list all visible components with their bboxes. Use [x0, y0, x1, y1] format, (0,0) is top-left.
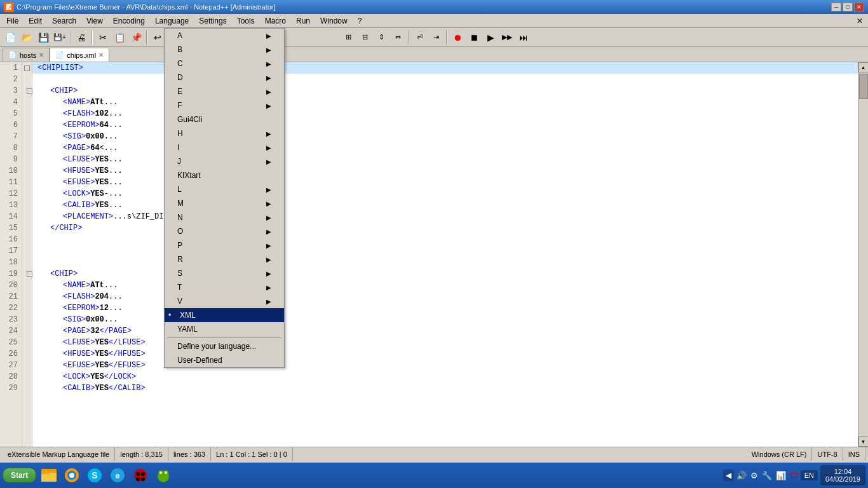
- tab-hosts-close[interactable]: ✕: [39, 51, 44, 58]
- lang-item-O[interactable]: O ▶: [165, 224, 284, 238]
- menu-file[interactable]: File: [1, 14, 24, 27]
- macro-record[interactable]: ⏺: [450, 30, 465, 45]
- lang-item-define[interactable]: Define your language...: [165, 339, 284, 353]
- language-indicator[interactable]: EN: [801, 470, 818, 480]
- code-line-4[interactable]: <NAME>ATt...: [32, 97, 858, 108]
- clock[interactable]: 12:04 04/02/2019: [820, 465, 865, 485]
- lang-item-D[interactable]: D ▶: [165, 71, 284, 85]
- code-line-27[interactable]: <EFUSE>YES</EFUSE>: [32, 360, 858, 371]
- cut-button[interactable]: ✂: [95, 30, 111, 45]
- paste-button[interactable]: 📌: [128, 30, 144, 45]
- lang-item-V[interactable]: V ▶: [165, 294, 284, 308]
- macro-play[interactable]: ▶: [483, 30, 498, 45]
- menu-search[interactable]: Search: [47, 14, 81, 27]
- code-line-14[interactable]: <PLACEMENT>...s\ZIF_DIP_40.bmp</PLACEMEN…: [32, 211, 858, 222]
- taskbar-frog[interactable]: [153, 465, 173, 485]
- copy-button[interactable]: 📋: [112, 30, 127, 45]
- lang-item-N[interactable]: N ▶: [165, 210, 284, 224]
- tab-hosts[interactable]: 📄 hosts ✕: [3, 48, 50, 62]
- code-line-7[interactable]: <SIG>0x00...: [32, 131, 858, 142]
- macro-save[interactable]: ⏭: [516, 30, 531, 45]
- lang-item-user-defined[interactable]: User-Defined: [165, 353, 284, 367]
- menu-help[interactable]: ?: [353, 14, 367, 27]
- code-line-6[interactable]: <EEPROM>64...: [32, 119, 858, 131]
- window-close-x[interactable]: ✕: [853, 15, 867, 27]
- new-button[interactable]: 📄: [3, 30, 18, 45]
- tray-icon-5[interactable]: 🛡: [790, 471, 798, 480]
- lang-item-P[interactable]: P ▶: [165, 238, 284, 252]
- lang-item-C[interactable]: C ▶: [165, 57, 284, 71]
- tab-chips-xml[interactable]: 📄 chips.xml ✕: [50, 48, 109, 62]
- scroll-track[interactable]: [858, 72, 868, 437]
- fold-1[interactable]: -: [22, 62, 32, 74]
- menu-tools[interactable]: Tools: [232, 14, 260, 27]
- sync-scroll-h[interactable]: ⇔: [390, 30, 405, 45]
- fold-19[interactable]: -: [22, 268, 32, 280]
- code-line-24[interactable]: <PAGE>32</PAGE>: [32, 325, 858, 337]
- code-line-20[interactable]: <NAME>ATt...: [32, 280, 858, 291]
- lang-item-R[interactable]: R ▶: [165, 252, 284, 266]
- lang-item-A[interactable]: A ▶: [165, 29, 284, 43]
- tab-chips-close[interactable]: ✕: [98, 51, 104, 58]
- lang-item-B[interactable]: B ▶: [165, 43, 284, 57]
- menu-window[interactable]: Window: [315, 14, 353, 27]
- menu-settings[interactable]: Settings: [194, 14, 231, 27]
- code-line-23[interactable]: <SIG>0x00...: [32, 314, 858, 325]
- code-line-8[interactable]: <PAGE>64<...: [32, 142, 858, 154]
- menu-view[interactable]: View: [81, 14, 108, 27]
- taskbar-chevron[interactable]: ◀: [723, 470, 734, 481]
- indent-button[interactable]: ⇥: [428, 30, 444, 45]
- code-line-17[interactable]: [32, 245, 858, 257]
- taskbar-firefox[interactable]: [62, 465, 82, 485]
- code-line-1[interactable]: <CHIPLIST>: [32, 62, 858, 74]
- maximize-button[interactable]: □: [843, 3, 853, 11]
- start-button[interactable]: Start: [3, 468, 36, 483]
- code-line-13[interactable]: <CALIB>YES...: [32, 200, 858, 211]
- code-line-12[interactable]: <LOCK>YES-...: [32, 188, 858, 200]
- code-line-9[interactable]: <LFUSE>YES...: [32, 154, 858, 165]
- code-line-16[interactable]: [32, 234, 858, 245]
- code-line-2[interactable]: [32, 74, 858, 85]
- code-line-15[interactable]: </CHIP>: [32, 222, 858, 234]
- wrap-button[interactable]: ⏎: [412, 30, 427, 45]
- zoom-in-button[interactable]: ⊞: [341, 30, 356, 45]
- sync-scroll-v[interactable]: ⇕: [374, 30, 389, 45]
- close-button[interactable]: ✕: [854, 3, 864, 11]
- lang-item-XML[interactable]: • XML: [165, 308, 284, 322]
- code-line-26[interactable]: <HFUSE>YES</HFUSE>: [32, 348, 858, 360]
- tray-icon-4[interactable]: 📊: [776, 471, 786, 480]
- lang-item-T[interactable]: T ▶: [165, 280, 284, 294]
- lang-item-H[interactable]: H ▶: [165, 126, 284, 140]
- lang-item-M[interactable]: M ▶: [165, 196, 284, 210]
- macro-stop[interactable]: ⏹: [466, 30, 482, 45]
- taskbar-ladybug[interactable]: [130, 465, 151, 485]
- lang-item-Gui4Cli[interactable]: Gui4Cli: [165, 112, 284, 126]
- lang-item-L[interactable]: L ▶: [165, 182, 284, 196]
- menu-run[interactable]: Run: [291, 14, 315, 27]
- minimize-button[interactable]: ─: [831, 3, 841, 11]
- lang-item-F[interactable]: F ▶: [165, 98, 284, 112]
- code-line-21[interactable]: <FLASH>204...: [32, 291, 858, 302]
- lang-item-J[interactable]: J ▶: [165, 154, 284, 168]
- lang-item-KIXtart[interactable]: KIXtart: [165, 168, 284, 182]
- menu-edit[interactable]: Edit: [24, 14, 47, 27]
- tray-icon-1[interactable]: 🔊: [736, 471, 747, 480]
- code-line-28[interactable]: <LOCK>YES</LOCK>: [32, 371, 858, 383]
- macro-run-many[interactable]: ▶▶: [499, 30, 515, 45]
- scroll-down-button[interactable]: ▼: [858, 437, 869, 447]
- lang-item-YAML[interactable]: YAML: [165, 322, 284, 336]
- menu-macro[interactable]: Macro: [260, 14, 291, 27]
- taskbar-skype[interactable]: S: [85, 465, 105, 485]
- tray-icon-3[interactable]: 🔧: [762, 471, 772, 480]
- print-button[interactable]: 🖨: [74, 30, 89, 45]
- open-button[interactable]: 📂: [19, 30, 34, 45]
- undo-button[interactable]: ↩: [150, 30, 165, 45]
- lang-item-I[interactable]: I ▶: [165, 140, 284, 154]
- save-all-button[interactable]: 💾+: [52, 30, 67, 45]
- lang-item-E[interactable]: E ▶: [165, 85, 284, 98]
- code-line-25[interactable]: <LFUSE>YES</LFUSE>: [32, 337, 858, 348]
- code-editor[interactable]: <CHIPLIST> <CHIP> <NAME>ATt... <FLASH>10…: [32, 62, 858, 447]
- code-line-18[interactable]: [32, 257, 858, 268]
- code-line-5[interactable]: <FLASH>102...: [32, 108, 858, 119]
- code-line-29[interactable]: <CALIB>YES</CALIB>: [32, 383, 858, 394]
